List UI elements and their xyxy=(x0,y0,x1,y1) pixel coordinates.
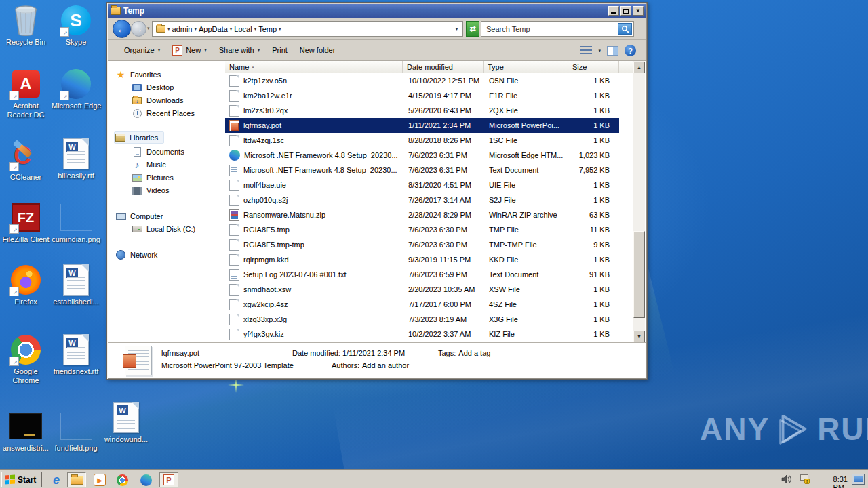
desktop-icon-fundfield[interactable]: fundfield.png xyxy=(52,410,100,453)
speaker-icon[interactable] xyxy=(781,474,792,484)
desktop-icon-established[interactable]: W establishedi... xyxy=(52,264,100,306)
breadcrumb[interactable]: ▾ admin ▾ AppData ▾ Local ▾ Temp ▾ ▼ xyxy=(152,21,463,37)
file-row[interactable]: snmdhaot.xsw 2/20/2023 10:35 AM XSW File… xyxy=(225,282,619,297)
taskbar-media-player[interactable]: ▶ xyxy=(92,472,107,487)
column-header-name[interactable]: Name ▴ xyxy=(225,61,403,73)
scroll-down-button[interactable]: ▼ xyxy=(633,331,645,342)
sidebar-item-local-disk-c[interactable]: Local Disk (C:) xyxy=(132,223,195,235)
file-row[interactable]: Ransomware.Matsnu.zip 2/28/2024 8:29 PM … xyxy=(225,207,619,222)
title-bar[interactable]: Temp × xyxy=(108,4,646,18)
help-icon[interactable]: ? xyxy=(625,45,636,56)
breadcrumb-separator-icon[interactable]: ▾ xyxy=(167,26,170,32)
minimize-button[interactable] xyxy=(608,6,619,16)
file-row[interactable]: Setup Log 2023-07-06 #001.txt 7/6/2023 6… xyxy=(225,267,619,282)
file-row[interactable]: Microsoft .NET Framework 4.8 Setup_20230… xyxy=(225,163,619,178)
breadcrumb-separator-icon[interactable]: ▾ xyxy=(279,26,281,32)
new-folder-button[interactable]: New folder xyxy=(294,43,342,57)
breadcrumb-separator-icon[interactable]: ▾ xyxy=(194,26,197,32)
taskbar-clock[interactable]: 8:31 PM xyxy=(833,475,848,488)
breadcrumb-segment-appdata[interactable]: AppData ▾ xyxy=(199,25,232,33)
file-row[interactable]: lm2zs3r0.2qx 5/26/2020 6:43 PM 2QX File … xyxy=(225,103,619,118)
desktop-icon-cumindian[interactable]: cumindian.png xyxy=(52,201,100,244)
desktop-icon-firefox[interactable]: → Firefox xyxy=(1,264,50,306)
desktop-icon-recycle-bin[interactable]: Recycle Bin xyxy=(1,4,50,47)
sidebar-item-downloads[interactable]: ↓ Downloads xyxy=(132,94,183,106)
file-row[interactable]: RGIA8E5.tmp-tmp 7/6/2023 6:30 PM TMP-TMP… xyxy=(225,237,619,252)
file-row-selected[interactable]: lqfrnsay.pot 1/11/2021 2:34 PM Microsoft… xyxy=(225,118,619,133)
breadcrumb-segment-local[interactable]: Local ▾ xyxy=(234,25,256,33)
sidebar-section-favorites[interactable]: ★ Favorites xyxy=(115,68,161,81)
column-header-type[interactable]: Type xyxy=(484,61,568,73)
views-icon[interactable] xyxy=(580,46,592,56)
breadcrumb-segment-admin[interactable]: admin ▾ xyxy=(172,25,197,33)
taskbar-internet-explorer[interactable]: e xyxy=(49,472,64,487)
start-button[interactable]: Start xyxy=(1,472,42,487)
pictures-icon xyxy=(132,172,142,183)
close-button[interactable]: × xyxy=(633,6,644,16)
refresh-button[interactable]: ⇄ xyxy=(466,21,479,37)
file-row[interactable]: ltdw4zqj.1sc 8/28/2018 8:26 PM 1SC File … xyxy=(225,133,619,148)
history-chevron-icon[interactable]: ▾ xyxy=(147,26,150,31)
desktop-icon-filezilla[interactable]: FZ → FileZilla Client xyxy=(1,201,50,244)
desktop-icon-answerdistri[interactable]: answerdistri... xyxy=(1,410,50,453)
file-row[interactable]: xlzq33xp.x3g 7/3/2023 8:19 AM X3G File 1… xyxy=(225,312,619,327)
breadcrumb-separator-icon[interactable]: ▾ xyxy=(254,26,257,32)
file-row[interactable]: rqlrpmgm.kkd 9/3/2019 11:15 PM KKD File … xyxy=(225,252,619,267)
details-add-tag-link[interactable]: Add a tag xyxy=(458,349,490,357)
desktop-icon-windowund[interactable]: W windowund... xyxy=(102,401,151,444)
back-button[interactable]: ← xyxy=(113,20,131,38)
file-row[interactable]: ozhp010q.s2j 7/26/2017 3:14 AM S2J File … xyxy=(225,192,619,207)
scroll-up-button[interactable]: ▲ xyxy=(633,62,645,73)
file-row[interactable]: molf4bae.uie 8/31/2020 4:51 PM UIE File … xyxy=(225,178,619,192)
desktop-icon-friendsnext[interactable]: W friendsnext.rtf xyxy=(52,333,100,376)
sidebar-item-videos[interactable]: Videos xyxy=(132,184,169,197)
column-header-size[interactable]: Size xyxy=(568,61,619,73)
taskbar-windows-explorer-active[interactable] xyxy=(67,472,86,487)
file-row[interactable]: km2ba12w.e1r 4/15/2019 4:17 PM E1R File … xyxy=(225,88,619,103)
file-row[interactable]: yf4gx3gv.kiz 10/2/2022 3:37 AM KIZ File … xyxy=(225,327,619,342)
desktop-icon-skype[interactable]: S → Skype xyxy=(52,4,100,47)
desktop-icon-billeasily[interactable]: W billeasily.rtf xyxy=(52,138,100,180)
sort-ascending-icon: ▴ xyxy=(252,64,254,70)
file-row[interactable]: k2tp1zxv.o5n 10/10/2022 12:51 PM O5N Fil… xyxy=(225,73,619,88)
show-desktop-icon[interactable] xyxy=(852,474,865,485)
breadcrumb-segment-temp[interactable]: Temp ▾ xyxy=(258,25,281,33)
new-button[interactable]: P New ▾ xyxy=(166,43,213,58)
organize-button[interactable]: Organize ▾ xyxy=(118,43,166,57)
search-box[interactable]: Search Temp xyxy=(481,21,634,37)
print-button[interactable]: Print xyxy=(266,43,294,57)
column-header-date-modified[interactable]: Date modified xyxy=(403,61,484,73)
network-warning-icon[interactable]: ! xyxy=(799,474,810,484)
desktop-icon-ccleaner[interactable]: C → CCleaner xyxy=(1,139,50,182)
taskbar-edge[interactable] xyxy=(138,472,153,487)
details-add-author-link[interactable]: Add an author xyxy=(362,361,409,369)
file-row[interactable]: RGIA8E5.tmp 7/6/2023 6:30 PM TMP File 11… xyxy=(225,222,619,237)
sidebar-item-recent-places[interactable]: Recent Places xyxy=(132,107,195,119)
sidebar-item-pictures[interactable]: Pictures xyxy=(132,171,174,184)
forward-button[interactable]: → xyxy=(131,21,146,37)
watermark-text-left: ANY xyxy=(700,411,770,447)
maximize-button[interactable] xyxy=(620,6,631,16)
sidebar-section-computer[interactable]: Computer xyxy=(115,210,163,222)
sidebar-item-desktop[interactable]: Desktop xyxy=(132,81,174,94)
scrollbar-thumb[interactable] xyxy=(633,231,645,318)
address-dropdown-icon[interactable]: ▼ xyxy=(454,26,459,31)
preview-pane-icon[interactable] xyxy=(607,46,618,56)
sidebar-item-music[interactable]: ♪ Music xyxy=(132,159,166,171)
taskbar-chrome[interactable] xyxy=(115,472,130,487)
desktop-icon-acrobat[interactable]: A → Acrobat Reader DC xyxy=(1,68,50,119)
share-with-button[interactable]: Share with ▾ xyxy=(213,43,267,57)
sidebar-section-libraries[interactable]: Libraries xyxy=(114,131,164,144)
vertical-scrollbar[interactable]: ▲ ▼ xyxy=(633,61,645,342)
desktop-icon-edge[interactable]: → Microsoft Edge xyxy=(52,68,100,110)
sidebar-item-documents[interactable]: Documents xyxy=(132,146,184,158)
chevron-down-icon[interactable]: ▾ xyxy=(598,48,601,54)
sidebar-section-network[interactable]: Network xyxy=(115,249,157,261)
file-row[interactable]: xgw2kcip.4sz 7/17/2017 6:00 PM 4SZ File … xyxy=(225,297,619,312)
search-button[interactable] xyxy=(618,23,632,35)
search-input[interactable]: Search Temp xyxy=(486,25,530,33)
desktop-icon-chrome[interactable]: → Google Chrome xyxy=(1,333,50,385)
file-row[interactable]: Microsoft .NET Framework 4.8 Setup_20230… xyxy=(225,148,619,163)
breadcrumb-separator-icon[interactable]: ▾ xyxy=(230,26,233,32)
taskbar-powerpoint-active[interactable]: P xyxy=(159,472,178,487)
